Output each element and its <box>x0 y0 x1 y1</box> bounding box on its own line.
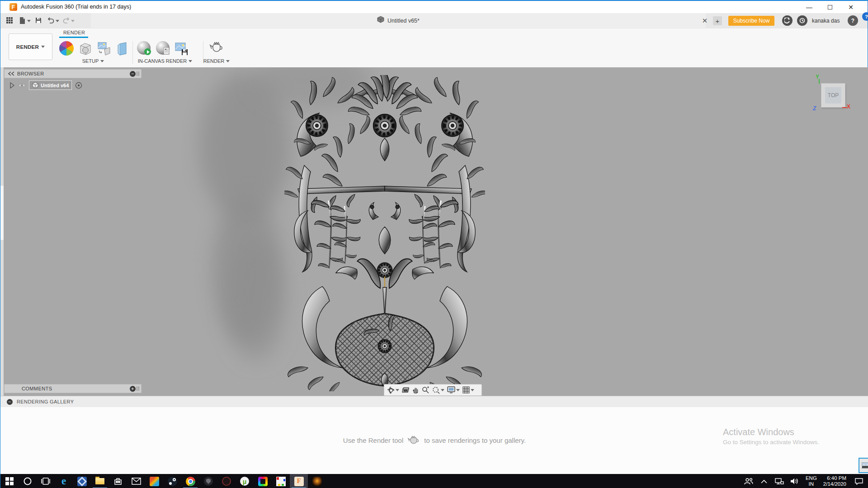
pan-icon[interactable] <box>412 386 419 394</box>
help-icon[interactable]: ? <box>848 15 858 26</box>
network-icon[interactable] <box>772 474 787 488</box>
fit-caret[interactable] <box>441 389 444 391</box>
render-teapot-inline-icon <box>407 435 420 445</box>
job-status-icon[interactable] <box>797 15 807 26</box>
mondrian-app-icon[interactable] <box>272 474 290 488</box>
display-settings-caret[interactable] <box>456 389 460 391</box>
decal-icon[interactable] <box>115 41 131 56</box>
extension-icon[interactable] <box>782 15 793 26</box>
fusion-window: F Autodesk Fusion 360 (Trial ends in 17 … <box>0 0 868 488</box>
edge-browser-icon[interactable]: e <box>55 474 73 488</box>
display-settings-icon[interactable] <box>447 386 460 394</box>
ribbon-tab-render[interactable]: RENDER <box>60 30 88 35</box>
subscribe-now-button[interactable]: Subscribe Now <box>728 16 774 26</box>
close-button[interactable]: ✕ <box>840 1 861 13</box>
tab-strip: Untitled v65* ✕ + Subscribe Now kanaka d… <box>0 13 868 29</box>
scanner-app-icon[interactable] <box>73 474 91 488</box>
browser-panel-header[interactable]: BROWSER − <box>4 69 142 78</box>
ornate-relief-model <box>284 75 485 391</box>
scene-settings-icon[interactable] <box>77 41 93 56</box>
show-hidden-icons-chevron[interactable] <box>756 474 772 488</box>
rendering-gallery-title: RENDERING GALLERY <box>17 399 74 404</box>
workspace-selector-button[interactable]: RENDER <box>9 33 52 60</box>
gallery-collapse-icon[interactable]: − <box>7 399 13 405</box>
render-teapot-icon[interactable] <box>208 41 224 56</box>
redo-icon[interactable] <box>62 17 71 25</box>
comments-panel-title: COMMENTS <box>22 386 52 391</box>
microsoft-store-icon[interactable] <box>109 474 127 488</box>
new-tab-icon[interactable]: + <box>713 16 722 25</box>
grid-settings-icon[interactable] <box>462 386 474 394</box>
shield-app-icon[interactable] <box>199 474 217 488</box>
in-canvas-render-icon[interactable] <box>137 41 152 56</box>
language-indicator[interactable]: ENG IN <box>802 475 820 487</box>
rgb-fusion-icon[interactable] <box>254 474 272 488</box>
axis-z-label: Z <box>813 105 816 112</box>
in-canvas-render-group-label[interactable]: IN-CANVAS RENDER <box>131 58 199 64</box>
document-tab-label: Untitled v65* <box>387 18 420 24</box>
clipped-flyout-icon <box>859 458 868 473</box>
orbit-icon[interactable] <box>387 386 399 394</box>
volume-icon[interactable] <box>787 474 802 488</box>
task-view-icon[interactable] <box>37 474 55 488</box>
component-cube-icon <box>32 82 38 89</box>
comments-expand-icon[interactable]: + <box>130 386 136 392</box>
help-notification-bubble[interactable]: ? <box>862 12 868 21</box>
fusion-360-taskbar-icon[interactable]: F <box>290 474 308 488</box>
collapsed-panel-edge[interactable] <box>0 67 4 396</box>
browser-root-item[interactable]: Untitled v64 <box>29 80 72 90</box>
system-tray: ENG IN 6:40 PM 2/14/2020 <box>741 474 868 488</box>
steam-icon[interactable] <box>163 474 181 488</box>
orbit-caret[interactable] <box>396 389 399 391</box>
app-launcher-grid-icon[interactable] <box>6 17 14 25</box>
browser-root-row[interactable]: Untitled v64 <box>9 80 82 90</box>
file-explorer-icon[interactable] <box>91 474 109 488</box>
active-tab-underline <box>59 37 88 38</box>
rendering-gallery-header[interactable]: − RENDERING GALLERY <box>0 396 868 407</box>
clock[interactable]: 6:40 PM 2/14/2020 <box>820 475 849 487</box>
document-tab[interactable]: Untitled v65* <box>91 13 706 28</box>
fit-icon[interactable] <box>432 386 444 394</box>
cortana-search-icon[interactable] <box>19 474 37 488</box>
rendering-gallery-body: Use the Render tool to save renderings t… <box>0 407 868 474</box>
username[interactable]: kanaka das <box>812 18 840 24</box>
start-button[interactable] <box>0 474 19 488</box>
minimize-button[interactable]: — <box>799 1 820 13</box>
game-app-icon[interactable] <box>308 474 326 488</box>
texture-map-controls-icon[interactable] <box>96 41 112 56</box>
model-canvas[interactable]: BROWSER − Untitled v64 TOP Y X <box>0 67 868 396</box>
emblem-app-icon[interactable] <box>217 474 236 488</box>
appearance-wheel-icon[interactable] <box>59 41 75 56</box>
save-icon[interactable] <box>35 17 43 25</box>
redo-caret[interactable] <box>71 20 75 22</box>
utorrent-icon[interactable]: µ <box>236 474 254 488</box>
zoom-icon[interactable] <box>422 386 429 394</box>
activate-component-icon[interactable] <box>75 82 82 89</box>
chrome-icon[interactable] <box>181 474 199 488</box>
media-app-icon[interactable] <box>145 474 163 488</box>
look-at-icon[interactable] <box>402 387 410 394</box>
browser-collapse-icon[interactable]: − <box>130 71 136 77</box>
action-center-icon[interactable] <box>849 474 868 488</box>
maximize-button[interactable]: ☐ <box>820 1 840 13</box>
expand-arrow-icon[interactable] <box>9 82 15 89</box>
viewcube-top-face[interactable]: TOP <box>825 87 841 103</box>
file-menu-icon[interactable] <box>19 17 27 25</box>
collapse-browser-icon[interactable] <box>8 71 14 76</box>
in-canvas-render-settings-icon[interactable] <box>156 41 171 56</box>
comments-panel-header[interactable]: COMMENTS + <box>4 384 142 393</box>
capture-image-icon[interactable] <box>174 41 189 56</box>
close-tab-icon[interactable]: ✕ <box>700 16 709 25</box>
mail-icon[interactable] <box>127 474 145 488</box>
people-icon[interactable] <box>741 474 756 488</box>
undo-icon[interactable] <box>47 17 55 25</box>
title-bar: F Autodesk Fusion 360 (Trial ends in 17 … <box>0 0 868 14</box>
undo-caret[interactable] <box>56 20 59 22</box>
visibility-eye-icon[interactable] <box>18 83 26 88</box>
render-group-label[interactable]: RENDER <box>194 58 239 64</box>
grid-settings-caret[interactable] <box>471 389 474 391</box>
setup-group-label[interactable]: SETUP <box>59 58 127 64</box>
window-title: Autodesk Fusion 360 (Trial ends in 17 da… <box>21 4 131 10</box>
navigation-toolbar <box>384 384 482 396</box>
file-menu-caret[interactable] <box>27 20 31 22</box>
